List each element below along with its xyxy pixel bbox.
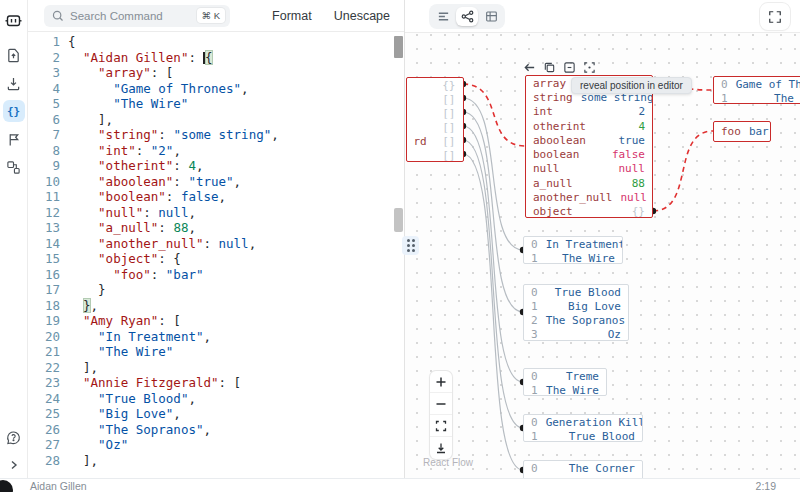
editor-scrollbar[interactable] [393, 32, 404, 478]
node-row: 0Game of Thrones [714, 77, 800, 91]
editor-pane: Search Command ⌘ K Format Unescape 12345… [28, 0, 404, 478]
node-row: foobar [714, 122, 770, 141]
status-bar: Aidan Gillen 2:19 [0, 478, 800, 492]
graph-node-aidan[interactable]: arraystringsome stringint2otherint4abool… [525, 75, 653, 218]
editor-line: "Game of Thrones", [68, 81, 279, 97]
json-editor-icon[interactable]: {} [3, 100, 25, 122]
transform-icon[interactable] [3, 128, 25, 150]
pane-resize-handle[interactable] [402, 236, 419, 255]
search-shortcut-kbd: ⌘ K [197, 8, 225, 23]
unescape-button[interactable]: Unescape [334, 9, 390, 23]
node-row: abooleantrue [526, 133, 652, 147]
node-row: 1The Wire [524, 251, 622, 264]
node-row: [] [407, 120, 463, 134]
node-row: object{} [526, 205, 652, 218]
node-structure-icon[interactable] [3, 156, 25, 178]
import-file-icon[interactable] [3, 44, 25, 66]
graph-node-got[interactable]: 0Game of Thrones1The Wire [713, 76, 800, 104]
editor-line: "string": "some string", [68, 127, 279, 143]
help-icon[interactable] [3, 426, 25, 448]
node-row: 2The Sopranos [524, 313, 628, 327]
node-row: 1Big Love [524, 299, 628, 313]
node-row: 1The Wire [714, 91, 800, 104]
zoom-out-button[interactable] [430, 393, 452, 415]
editor-line: "The Wire" [68, 344, 279, 360]
graph-pane: reveal position in editor React F [404, 0, 800, 478]
graph-node-anwan[interactable]: 0Treme1The Wire [523, 368, 607, 396]
editor-line: "Annie Fitzgerald": [ [68, 375, 279, 391]
list-view-button[interactable] [432, 7, 454, 26]
editor-line: "null": null, [68, 205, 279, 221]
graph-node-foo[interactable]: foobar [713, 121, 771, 142]
node-row: 0True Blood [524, 285, 628, 299]
graph-node-root[interactable]: {}[][][]rd[][] [406, 77, 464, 162]
sidebar: {} [0, 0, 28, 478]
graph-toolbar [405, 0, 800, 33]
editor-line: "boolean": false, [68, 189, 279, 205]
node-row: 0Generation Kill [524, 415, 642, 429]
node-row: [] [407, 92, 463, 106]
scrollbar-decoration [394, 208, 403, 232]
editor-line: "int": "2", [68, 143, 279, 159]
scrollbar-thumb[interactable] [394, 36, 403, 58]
node-row: int2 [526, 105, 652, 119]
editor-line: "array": [ [68, 65, 279, 81]
save-image-button[interactable] [430, 437, 452, 459]
editor-header: Search Command ⌘ K Format Unescape [28, 0, 404, 32]
graph-node-amy[interactable]: 0In Treatment1The Wire [523, 236, 623, 264]
editor-line: "Amy Ryan": [ [68, 313, 279, 329]
line-numbers: 1234567891011121314151617181920212223242… [28, 34, 60, 468]
node-row: 0Treme [524, 369, 606, 383]
node-row: otherint4 [526, 119, 652, 133]
tooltip: reveal position in editor [571, 77, 692, 94]
editor-line: "True Blood", [68, 391, 279, 407]
editor-line: "The Sopranos", [68, 422, 279, 438]
editor-line: "a_null": 88, [68, 220, 279, 236]
editor-line: "another_null": null, [68, 236, 279, 252]
editor-line: "otherint": 4, [68, 158, 279, 174]
graph-node-annie[interactable]: 0True Blood1Big Love2The Sopranos3Oz [523, 284, 629, 341]
node-row: rd[] [407, 135, 463, 149]
collapse-sidebar-icon[interactable] [3, 454, 25, 476]
fullscreen-button[interactable] [760, 3, 790, 30]
node-toolbar [521, 59, 597, 75]
editor-line: { [68, 34, 279, 50]
braces-glyph: {} [7, 105, 20, 118]
search-input[interactable]: Search Command ⌘ K [44, 5, 230, 27]
editor-line: "Aidan Gillen": { [68, 50, 279, 66]
app-logo-icon [3, 9, 25, 31]
editor-line: "aboolean": "true", [68, 174, 279, 190]
editor-line: ], [68, 453, 279, 469]
search-placeholder: Search Command [70, 10, 197, 22]
editor-line: ], [68, 112, 279, 128]
node-row: nullnull [526, 162, 652, 176]
graph-view-button[interactable] [456, 7, 478, 26]
graph-canvas[interactable]: reveal position in editor React F [405, 33, 800, 478]
editor-line: "Big Love", [68, 406, 279, 422]
breadcrumb: Aidan Gillen [30, 480, 87, 492]
node-row: booleanfalse [526, 147, 652, 161]
focus-node-icon[interactable] [581, 59, 597, 75]
node-row: another_nullnull [526, 190, 652, 204]
editor-code: {"Aidan Gillen": {"array": ["Game of Thr… [60, 34, 279, 468]
app-window: {} [0, 0, 800, 492]
node-row: [] [407, 149, 463, 162]
fit-view-button[interactable] [430, 415, 452, 437]
node-row: 0The Corner [524, 461, 642, 475]
copy-icon[interactable] [541, 59, 557, 75]
format-button[interactable]: Format [272, 9, 312, 23]
editor-line: } [68, 282, 279, 298]
back-icon[interactable] [521, 59, 537, 75]
view-mode-switch [429, 4, 505, 29]
editor-line: "foo": "bar" [68, 267, 279, 283]
editor-line: "object": { [68, 251, 279, 267]
graph-node-clarke[interactable]: 0The Corner [523, 460, 643, 478]
download-icon[interactable] [3, 72, 25, 94]
table-view-button[interactable] [480, 7, 502, 26]
editor-line: }, [68, 298, 279, 314]
code-editor[interactable]: 1234567891011121314151617181920212223242… [28, 32, 404, 478]
graph-node-alex[interactable]: 0Generation Kill1True Blood [523, 414, 643, 442]
zoom-in-button[interactable] [430, 371, 452, 393]
collapse-node-icon[interactable] [561, 59, 577, 75]
node-row: 0In Treatment [524, 237, 622, 251]
